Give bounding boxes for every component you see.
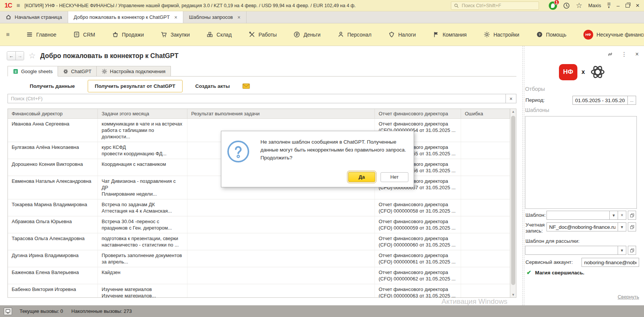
window-tab-0[interactable]: Начальная страница [0, 11, 68, 23]
content-tab-2[interactable]: Настройка подключения [97, 66, 171, 77]
cell-error[interactable] [461, 284, 510, 297]
cell-tasks[interactable]: коммуникации в чате и на встречах работа… [98, 119, 187, 142]
cell-financial-director[interactable]: Абрамова Ольга Юрьевна [8, 216, 98, 233]
column-header-0[interactable]: Финансовый директор [8, 109, 98, 118]
cell-financial-director[interactable]: Токарева Марина Владимировна [8, 199, 98, 216]
close-window-button[interactable]: × [636, 3, 639, 8]
content-tab-1[interactable]: ChatGPT [58, 66, 97, 77]
scrollbar-thumb[interactable] [511, 116, 515, 285]
performance-icon[interactable] [4, 308, 12, 315]
cell-tasks[interactable]: Встреча 30.04 -перенос с праздников с Ге… [98, 216, 187, 233]
ribbon-item-money[interactable]: Деньги [294, 31, 320, 38]
cell-tasks[interactable]: Чат Дивизиона - поздравления с ДР Планир… [98, 176, 187, 199]
mailing-open-icon[interactable] [628, 246, 636, 255]
cell-result[interactable] [187, 233, 375, 250]
service-menu-icon[interactable]: ≡▾ [607, 3, 611, 9]
cell-tasks[interactable]: Координация с наставником [98, 159, 187, 176]
account-input[interactable] [547, 222, 618, 231]
cell-report[interactable]: Отчет финансового директора (CFO) 000000… [375, 267, 461, 284]
ribbon-item-crm[interactable]: CRM [73, 31, 95, 38]
cell-financial-director[interactable]: Дугина Ирина Владимировна [8, 250, 98, 267]
mailing-dropdown-icon[interactable]: ▼ [618, 246, 626, 255]
templates-list[interactable] [525, 116, 637, 209]
get-chatgpt-result-button[interactable]: Получить результат от ChatGPT [88, 80, 183, 92]
cell-financial-director[interactable]: Евменова Наталья Александровна [8, 176, 98, 199]
user-name[interactable]: Maxis [588, 3, 601, 8]
cell-error[interactable] [461, 216, 510, 233]
cell-tasks[interactable]: подготовка к презентации, сверки наставн… [98, 233, 187, 250]
column-header-1[interactable]: Задачи этого месяца [98, 109, 187, 118]
column-header-3[interactable]: Отчет финансового директора [375, 109, 461, 118]
yes-button[interactable]: Да [348, 172, 375, 182]
cell-tasks[interactable]: Кайдзен [98, 267, 187, 284]
ribbon-item-company[interactable]: Компания [433, 31, 467, 38]
cell-result[interactable] [187, 216, 375, 233]
table-vertical-scrollbar[interactable]: ▲ ▼ [510, 109, 516, 297]
table-row-8[interactable]: Баженова Елена ВалерьевнаКайдзенОтчет фи… [8, 267, 510, 284]
global-search-input[interactable] [461, 3, 536, 9]
ribbon-item-works[interactable]: Работы [249, 31, 277, 38]
table-search-input[interactable] [8, 94, 506, 103]
scroll-up-icon[interactable]: ▲ [510, 110, 516, 113]
envelope-icon[interactable] [242, 83, 250, 89]
table-row-4[interactable]: Токарева Марина ВладимировнаВстреча по з… [8, 199, 510, 216]
cell-result[interactable] [187, 267, 375, 284]
close-tab-icon[interactable]: × [174, 14, 177, 20]
cell-financial-director[interactable]: Баженова Елена Валерьевна [8, 267, 98, 284]
sections-menu-icon[interactable]: ≡ [6, 31, 9, 38]
period-more-button[interactable]: ... [628, 96, 636, 105]
notifications-icon[interactable]: 1 [549, 2, 557, 10]
cell-result[interactable] [187, 284, 375, 297]
scroll-down-icon[interactable]: ▼ [510, 293, 516, 297]
table-row-7[interactable]: Дугина Ирина ВладимировнаПроверить запол… [8, 250, 510, 267]
account-open-icon[interactable] [628, 222, 636, 231]
cell-tasks[interactable]: Изучение материалов Изучение материалов.… [98, 284, 187, 297]
template-open-icon[interactable] [628, 211, 636, 220]
cell-error[interactable] [461, 250, 510, 267]
ribbon-item-warehouse[interactable]: Склад [207, 31, 232, 38]
favorite-star-icon[interactable]: ☆ [29, 51, 36, 60]
no-button[interactable]: Нет [381, 172, 408, 182]
table-row-6[interactable]: Тарасова Ольга Александровнаподготовка к… [8, 233, 510, 250]
cell-error[interactable] [461, 159, 510, 176]
window-tab-1[interactable]: Добро пожаловать в коннектор к ChatGPT× [68, 11, 183, 23]
favorites-icon[interactable]: ☆ [576, 1, 582, 10]
forward-button[interactable]: → [15, 52, 24, 60]
ribbon-item-help[interactable]: Помощь [536, 31, 566, 38]
content-tab-0[interactable]: Google sheets [8, 66, 58, 77]
cell-error[interactable] [461, 142, 510, 159]
ribbon-item-purchases[interactable]: Закупки [161, 31, 190, 38]
collapse-link[interactable]: Свернуть [618, 294, 639, 300]
cell-financial-director[interactable]: Иванова Анна Сергеевна [8, 119, 98, 142]
cell-financial-director[interactable]: Дорошенко Ксения Викторовна [8, 159, 98, 176]
ribbon-item-sales[interactable]: Продажи [112, 31, 144, 38]
cell-report[interactable]: Отчет финансового директора (CFO) 000000… [375, 284, 461, 297]
table-row-5[interactable]: Абрамова Ольга ЮрьевнаВстреча 30.04 -пер… [8, 216, 510, 233]
close-tab-icon[interactable]: × [238, 14, 241, 20]
period-field[interactable]: ... [572, 96, 636, 105]
create-acts-button[interactable]: Создать акты [194, 81, 231, 91]
cell-financial-director[interactable]: Тарасова Ольга Александровна [8, 233, 98, 250]
account-dropdown-icon[interactable]: ▼ [618, 222, 626, 231]
ribbon-item-nf[interactable]: НФНескучные финансы [583, 30, 644, 40]
clear-search-button[interactable]: × [506, 94, 516, 103]
restore-button[interactable] [626, 4, 630, 8]
cell-tasks[interactable]: курс КСФД провести координацию ФД... [98, 142, 187, 159]
cell-tasks[interactable]: Проверить заполнение документов за апрел… [98, 250, 187, 267]
ribbon-item-staff[interactable]: Персонал [338, 31, 371, 38]
account-field[interactable]: ▼ [547, 222, 636, 231]
cell-financial-director[interactable]: Булгакова Алёна Николаевна [8, 142, 98, 159]
service-account-input[interactable] [582, 258, 639, 267]
table-row-9[interactable]: Бабенко Виктория ИгоревнаИзучение матери… [8, 284, 510, 297]
global-search[interactable] [451, 2, 539, 10]
cell-result[interactable] [187, 250, 375, 267]
cell-report[interactable]: Отчет финансового директора (CFO) 000000… [375, 199, 461, 216]
template-input[interactable] [547, 211, 610, 220]
history-icon[interactable] [563, 2, 570, 9]
column-header-2[interactable]: Результат выполнения задачи [187, 109, 375, 118]
ribbon-item-taxes[interactable]: Налоги [388, 31, 416, 38]
service-account-field[interactable] [582, 258, 639, 267]
cell-report[interactable]: Отчет финансового директора (CFO) 000000… [375, 216, 461, 233]
mailing-template-field[interactable]: ▼ [525, 246, 636, 255]
window-tab-2[interactable]: Шаблоны запросов× [183, 11, 247, 23]
